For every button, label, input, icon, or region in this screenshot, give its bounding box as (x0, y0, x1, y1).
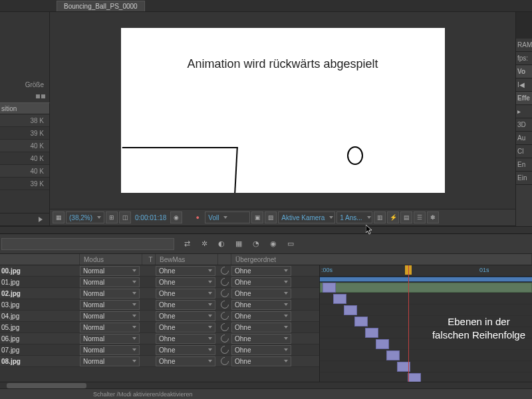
track-row[interactable] (320, 305, 532, 316)
layer-clip[interactable] (376, 339, 389, 349)
blend-mode-dropdown[interactable]: Normal (80, 323, 140, 332)
timeline-search-input[interactable] (1, 238, 174, 250)
track-matte-dropdown[interactable]: Ohne (156, 334, 215, 344)
effects-category[interactable]: Ein (516, 172, 532, 185)
fast-preview-button[interactable]: ⚡ (387, 211, 399, 223)
layer-clip[interactable] (354, 317, 368, 327)
blend-mode-dropdown[interactable]: Normal (80, 266, 140, 276)
parent-pickwhip[interactable] (218, 278, 231, 286)
layer-row[interactable]: 08.jpgNormalOhneOhne (0, 356, 319, 367)
blend-mode-dropdown[interactable]: Normal (80, 345, 140, 355)
parent-pickwhip[interactable] (218, 289, 231, 297)
graph-editor-icon[interactable]: ◉ (267, 238, 279, 250)
layer-row[interactable]: 07.jpgNormalOhneOhne (0, 344, 319, 356)
safe-zones-button[interactable]: ⊞ (106, 211, 118, 223)
effects-category[interactable]: 3D (516, 118, 532, 132)
frame-blend-icon[interactable]: ✲ (198, 238, 210, 250)
blend-mode-dropdown[interactable]: Normal (80, 334, 140, 344)
channel-button[interactable]: ● (192, 211, 203, 223)
layer-row[interactable]: 04.jpgNormalOhneOhne (0, 311, 319, 322)
flowchart-button[interactable]: ☰ (414, 211, 426, 223)
timeline-footer[interactable]: Schalter /Modi aktivieren/deaktivieren (0, 388, 532, 399)
track-row[interactable] (320, 327, 532, 338)
col-trackmatte[interactable]: BewMas (156, 254, 218, 265)
layer-clip[interactable] (344, 305, 357, 315)
snapshot-button[interactable]: ◉ (170, 211, 182, 223)
track-row[interactable] (320, 282, 532, 293)
goto-start-button[interactable]: I◀ (516, 78, 532, 92)
size-row[interactable]: 39 K (0, 178, 49, 190)
track-matte-dropdown[interactable]: Ohne (156, 323, 215, 332)
parent-pickwhip[interactable] (218, 301, 231, 309)
effects-category[interactable]: Au (516, 132, 532, 145)
parent-dropdown[interactable]: Ohne (231, 323, 291, 332)
work-area-bar[interactable] (320, 277, 532, 282)
size-row[interactable]: 40 K (0, 152, 49, 165)
grid-toggle-button[interactable]: ▦ (53, 211, 65, 223)
blend-mode-dropdown[interactable]: Normal (80, 300, 140, 310)
track-matte-dropdown[interactable]: Ohne (156, 356, 215, 366)
motion-blur-icon[interactable]: ◐ (215, 238, 227, 250)
layer-row[interactable]: 03.jpgNormalOhneOhne (0, 299, 319, 311)
track-row[interactable] (320, 293, 532, 305)
track-matte-dropdown[interactable]: Ohne (156, 311, 215, 321)
timeline-button[interactable]: ▤ (400, 211, 412, 223)
composition-canvas[interactable]: Animation wird rückwärts abgespielt (121, 28, 445, 193)
play-preview-button[interactable] (0, 213, 50, 226)
track-row[interactable] (320, 372, 532, 382)
parent-dropdown[interactable]: Ohne (231, 277, 291, 287)
effects-panel-header[interactable]: Effe (516, 92, 532, 105)
parent-pickwhip[interactable] (218, 323, 231, 331)
camera-dropdown[interactable]: Aktive Kamera (278, 211, 335, 223)
track-row[interactable] (320, 350, 532, 361)
parent-pickwhip[interactable] (218, 267, 231, 275)
layer-clip[interactable] (408, 373, 421, 382)
parent-dropdown[interactable]: Ohne (231, 356, 291, 366)
track-matte-dropdown[interactable]: Ohne (156, 300, 215, 310)
blend-mode-dropdown[interactable]: Normal (80, 356, 140, 366)
col-parent[interactable]: Übergeordnet (231, 254, 532, 265)
effects-category[interactable]: ▸ (516, 105, 532, 118)
parent-dropdown[interactable]: Ohne (231, 289, 291, 299)
parent-pickwhip[interactable] (218, 346, 231, 354)
transparency-grid-button[interactable]: ▨ (265, 211, 277, 223)
exposure-button[interactable]: ✽ (427, 211, 439, 223)
layer-clip[interactable] (323, 283, 336, 293)
track-row[interactable] (320, 316, 532, 327)
parent-dropdown[interactable]: Ohne (231, 300, 291, 310)
layer-clip[interactable] (333, 294, 346, 304)
layer-clip[interactable] (320, 283, 532, 293)
parent-dropdown[interactable]: Ohne (231, 311, 291, 321)
effects-category[interactable]: En (516, 158, 532, 172)
size-row[interactable]: 38 K (0, 114, 49, 127)
playhead-line[interactable] (408, 265, 409, 382)
scroll-thumb[interactable] (7, 383, 86, 388)
blend-mode-dropdown[interactable]: Normal (80, 289, 140, 299)
effects-category[interactable]: Cl (516, 145, 532, 158)
resolution-dropdown[interactable]: Voll (205, 211, 250, 223)
blend-mode-dropdown[interactable]: Normal (80, 311, 140, 321)
parent-dropdown[interactable]: Ohne (231, 334, 291, 344)
layer-row[interactable]: 00.jpgNormalOhneOhne (0, 265, 319, 277)
preview-panel-header[interactable]: Vo (516, 65, 532, 78)
blend-mode-dropdown[interactable]: Normal (80, 277, 140, 287)
pixel-aspect-button[interactable]: ▥ (374, 211, 386, 223)
position-header[interactable]: sition (0, 102, 50, 114)
layer-row[interactable]: 06.jpgNormalOhneOhne (0, 333, 319, 344)
parent-pickwhip[interactable] (218, 334, 231, 342)
zoom-dropdown[interactable]: (38,2%) (66, 211, 104, 223)
track-matte-dropdown[interactable]: Ohne (156, 266, 215, 276)
col-mode[interactable]: Modus (80, 254, 142, 265)
layer-row[interactable]: 01.jpgNormalOhneOhne (0, 277, 319, 288)
layer-clip[interactable] (386, 350, 400, 360)
mask-toggle-button[interactable]: ◫ (119, 211, 131, 223)
current-time[interactable]: 0:00:01:18 (132, 214, 169, 221)
brainstorm-icon[interactable]: ▦ (233, 238, 245, 250)
size-row[interactable]: 39 K (0, 127, 49, 140)
layer-row[interactable]: 05.jpgNormalOhneOhne (0, 322, 319, 333)
work-area[interactable] (320, 277, 532, 281)
size-row[interactable]: 40 K (0, 165, 49, 178)
timeline-tracks[interactable]: :00s 01s Ebenen in derfalschen Reihenfol… (319, 265, 532, 382)
panel-separator[interactable] (0, 226, 532, 234)
timeline-h-scroll[interactable] (0, 382, 532, 388)
